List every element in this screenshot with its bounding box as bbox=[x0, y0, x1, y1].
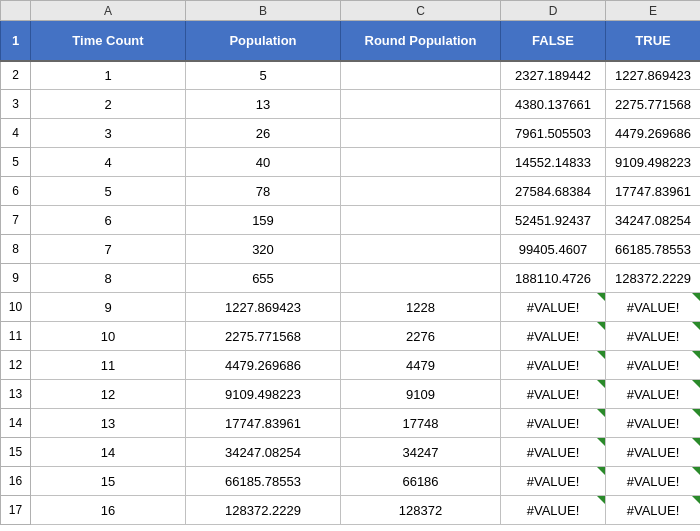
cell-c-3[interactable] bbox=[341, 90, 501, 119]
cell-e-11[interactable]: #VALUE! bbox=[606, 322, 701, 351]
cell-d-10[interactable]: #VALUE! bbox=[501, 293, 606, 322]
cell-d-12[interactable]: #VALUE! bbox=[501, 351, 606, 380]
cell-e-5[interactable]: 9109.498223 bbox=[606, 148, 701, 177]
error-indicator-icon bbox=[692, 351, 700, 359]
col-header-B[interactable]: B bbox=[186, 1, 341, 21]
cell-b-10[interactable]: 1227.869423 bbox=[186, 293, 341, 322]
cell-b-16[interactable]: 66185.78553 bbox=[186, 467, 341, 496]
cell-e-2[interactable]: 1227.869423 bbox=[606, 61, 701, 90]
header-cell-d[interactable]: FALSE bbox=[501, 21, 606, 61]
cell-c-2[interactable] bbox=[341, 61, 501, 90]
cell-a-9[interactable]: 8 bbox=[31, 264, 186, 293]
cell-d-13[interactable]: #VALUE! bbox=[501, 380, 606, 409]
cell-a-5[interactable]: 4 bbox=[31, 148, 186, 177]
col-header-C[interactable]: C bbox=[341, 1, 501, 21]
cell-e-14[interactable]: #VALUE! bbox=[606, 409, 701, 438]
cell-c-4[interactable] bbox=[341, 119, 501, 148]
header-cell-b[interactable]: Population bbox=[186, 21, 341, 61]
cell-e-17[interactable]: #VALUE! bbox=[606, 496, 701, 525]
cell-b-7[interactable]: 159 bbox=[186, 206, 341, 235]
cell-d-14[interactable]: #VALUE! bbox=[501, 409, 606, 438]
cell-d-4[interactable]: 7961.505503 bbox=[501, 119, 606, 148]
cell-c-5[interactable] bbox=[341, 148, 501, 177]
cell-b-17[interactable]: 128372.2229 bbox=[186, 496, 341, 525]
cell-e-7[interactable]: 34247.08254 bbox=[606, 206, 701, 235]
cell-d-8[interactable]: 99405.4607 bbox=[501, 235, 606, 264]
cell-c-7[interactable] bbox=[341, 206, 501, 235]
cell-c-11[interactable]: 2276 bbox=[341, 322, 501, 351]
cell-e-9[interactable]: 128372.2229 bbox=[606, 264, 701, 293]
cell-e-15[interactable]: #VALUE! bbox=[606, 438, 701, 467]
cell-b-4[interactable]: 26 bbox=[186, 119, 341, 148]
cell-a-4[interactable]: 3 bbox=[31, 119, 186, 148]
cell-d-3[interactable]: 4380.137661 bbox=[501, 90, 606, 119]
cell-b-5[interactable]: 40 bbox=[186, 148, 341, 177]
col-header-E[interactable]: E bbox=[606, 1, 701, 21]
corner-cell[interactable] bbox=[1, 1, 31, 21]
cell-d-5[interactable]: 14552.14833 bbox=[501, 148, 606, 177]
header-cell-c[interactable]: Round Population bbox=[341, 21, 501, 61]
spreadsheet: ABCDE1Time CountPopulationRound Populati… bbox=[0, 0, 700, 531]
cell-d-9[interactable]: 188110.4726 bbox=[501, 264, 606, 293]
cell-c-8[interactable] bbox=[341, 235, 501, 264]
header-cell-a[interactable]: Time Count bbox=[31, 21, 186, 61]
cell-a-14[interactable]: 13 bbox=[31, 409, 186, 438]
cell-b-13[interactable]: 9109.498223 bbox=[186, 380, 341, 409]
cell-b-12[interactable]: 4479.269686 bbox=[186, 351, 341, 380]
cell-a-10[interactable]: 9 bbox=[31, 293, 186, 322]
cell-c-9[interactable] bbox=[341, 264, 501, 293]
cell-d-17[interactable]: #VALUE! bbox=[501, 496, 606, 525]
cell-a-2[interactable]: 1 bbox=[31, 61, 186, 90]
cell-b-14[interactable]: 17747.83961 bbox=[186, 409, 341, 438]
cell-d-15[interactable]: #VALUE! bbox=[501, 438, 606, 467]
cell-b-15[interactable]: 34247.08254 bbox=[186, 438, 341, 467]
table-row: 7615952451.9243734247.08254 bbox=[1, 206, 701, 235]
cell-c-10[interactable]: 1228 bbox=[341, 293, 501, 322]
cell-e-6[interactable]: 17747.83961 bbox=[606, 177, 701, 206]
cell-a-15[interactable]: 14 bbox=[31, 438, 186, 467]
cell-c-16[interactable]: 66186 bbox=[341, 467, 501, 496]
cell-a-7[interactable]: 6 bbox=[31, 206, 186, 235]
cell-d-16[interactable]: #VALUE! bbox=[501, 467, 606, 496]
cell-e-13[interactable]: #VALUE! bbox=[606, 380, 701, 409]
spreadsheet-table: ABCDE1Time CountPopulationRound Populati… bbox=[0, 0, 700, 525]
cell-a-11[interactable]: 10 bbox=[31, 322, 186, 351]
cell-d-6[interactable]: 27584.68384 bbox=[501, 177, 606, 206]
error-indicator-icon bbox=[692, 409, 700, 417]
cell-e-3[interactable]: 2275.771568 bbox=[606, 90, 701, 119]
cell-b-6[interactable]: 78 bbox=[186, 177, 341, 206]
cell-e-4[interactable]: 4479.269686 bbox=[606, 119, 701, 148]
cell-a-8[interactable]: 7 bbox=[31, 235, 186, 264]
cell-c-15[interactable]: 34247 bbox=[341, 438, 501, 467]
cell-c-14[interactable]: 17748 bbox=[341, 409, 501, 438]
cell-b-8[interactable]: 320 bbox=[186, 235, 341, 264]
cell-a-6[interactable]: 5 bbox=[31, 177, 186, 206]
cell-d-11[interactable]: #VALUE! bbox=[501, 322, 606, 351]
col-header-A[interactable]: A bbox=[31, 1, 186, 21]
cell-c-12[interactable]: 4479 bbox=[341, 351, 501, 380]
cell-e-10[interactable]: #VALUE! bbox=[606, 293, 701, 322]
cell-e-16[interactable]: #VALUE! bbox=[606, 467, 701, 496]
cell-a-12[interactable]: 11 bbox=[31, 351, 186, 380]
table-row: 141317747.8396117748#VALUE!#VALUE! bbox=[1, 409, 701, 438]
cell-c-13[interactable]: 9109 bbox=[341, 380, 501, 409]
cell-c-6[interactable] bbox=[341, 177, 501, 206]
cell-b-3[interactable]: 13 bbox=[186, 90, 341, 119]
cell-d-7[interactable]: 52451.92437 bbox=[501, 206, 606, 235]
cell-a-17[interactable]: 16 bbox=[31, 496, 186, 525]
cell-d-2[interactable]: 2327.189442 bbox=[501, 61, 606, 90]
col-header-D[interactable]: D bbox=[501, 1, 606, 21]
cell-a-13[interactable]: 12 bbox=[31, 380, 186, 409]
cell-b-9[interactable]: 655 bbox=[186, 264, 341, 293]
error-indicator-icon bbox=[597, 293, 605, 301]
table-row: 657827584.6838417747.83961 bbox=[1, 177, 701, 206]
cell-a-16[interactable]: 15 bbox=[31, 467, 186, 496]
cell-e-8[interactable]: 66185.78553 bbox=[606, 235, 701, 264]
cell-c-17[interactable]: 128372 bbox=[341, 496, 501, 525]
cell-e-12[interactable]: #VALUE! bbox=[606, 351, 701, 380]
table-row: 8732099405.460766185.78553 bbox=[1, 235, 701, 264]
cell-b-11[interactable]: 2275.771568 bbox=[186, 322, 341, 351]
cell-a-3[interactable]: 2 bbox=[31, 90, 186, 119]
cell-b-2[interactable]: 5 bbox=[186, 61, 341, 90]
header-cell-e[interactable]: TRUE bbox=[606, 21, 701, 61]
